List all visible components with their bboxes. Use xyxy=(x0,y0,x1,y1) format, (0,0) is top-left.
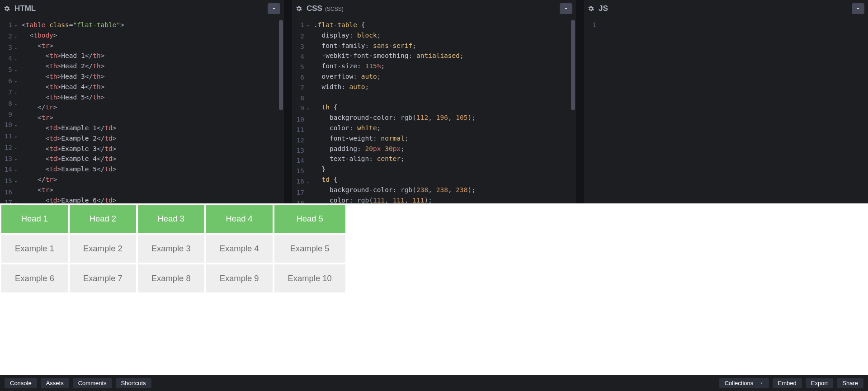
js-code-area[interactable]: 1 xyxy=(584,17,868,203)
footer-right-group: Collections EmbedExportShare xyxy=(719,378,863,388)
footer-button-collections[interactable]: Collections xyxy=(719,378,769,388)
footer-bar: ConsoleAssetsCommentsShortcuts Collectio… xyxy=(0,375,868,391)
css-code-lines[interactable]: .flat-table { display: block; font-famil… xyxy=(314,20,576,203)
table-cell: Example 8 xyxy=(137,264,205,293)
table-header-cell: Head 2 xyxy=(69,204,137,233)
js-gutter: 1 xyxy=(584,20,606,203)
css-gutter: 1▾2 3 4 5 6 7 8 9▾10 11 12 13 14 15 16▾1… xyxy=(292,20,314,203)
footer-button-export[interactable]: Export xyxy=(806,378,834,388)
footer-button-comments[interactable]: Comments xyxy=(73,378,112,388)
footer-button-console[interactable]: Console xyxy=(5,378,37,388)
table-head-row: Head 1Head 2Head 3Head 4Head 5 xyxy=(1,204,346,233)
html-gutter: 1▾2▾3▾4▾5▾6▾7▾8▾9 10▾11▾12▾13▾14▾15▾16 1… xyxy=(0,20,22,203)
css-code-area[interactable]: 1▾2 3 4 5 6 7 8 9▾10 11 12 13 14 15 16▾1… xyxy=(292,17,576,203)
html-panel: HTML 1▾2▾3▾4▾5▾6▾7▾8▾9 10▾11▾12▾13▾14▾15… xyxy=(0,0,284,203)
js-code-lines[interactable] xyxy=(606,20,868,203)
gear-icon[interactable] xyxy=(588,5,594,12)
js-panel-header: JS xyxy=(584,0,868,17)
html-code-lines[interactable]: <table class="flat-table"> <tbody> <tr> … xyxy=(22,20,284,203)
panel-title: CSS (SCSS) xyxy=(307,4,344,13)
panel-dropdown-button[interactable] xyxy=(852,3,864,14)
table-row: Example 1Example 2Example 3Example 4Exam… xyxy=(1,234,346,263)
footer-button-assets[interactable]: Assets xyxy=(41,378,69,388)
panel-title: JS xyxy=(599,4,608,13)
scrollbar-vertical[interactable] xyxy=(571,20,575,110)
chevron-down-icon xyxy=(271,6,277,11)
table-cell: Example 9 xyxy=(206,264,273,293)
output-preview: Head 1Head 2Head 3Head 4Head 5 Example 1… xyxy=(0,203,868,375)
panel-dropdown-button[interactable] xyxy=(560,3,572,14)
footer-button-share[interactable]: Share xyxy=(837,378,863,388)
footer-button-embed[interactable]: Embed xyxy=(773,378,802,388)
table-cell: Example 5 xyxy=(274,234,346,263)
footer-button-shortcuts[interactable]: Shortcuts xyxy=(116,378,151,388)
html-panel-header: HTML xyxy=(0,0,284,17)
footer-left-group: ConsoleAssetsCommentsShortcuts xyxy=(5,378,151,388)
panel-dropdown-button[interactable] xyxy=(268,3,280,14)
gear-icon[interactable] xyxy=(296,5,302,12)
css-panel-header: CSS (SCSS) xyxy=(292,0,576,17)
table-cell: Example 6 xyxy=(1,264,68,293)
chevron-down-icon xyxy=(760,381,764,385)
js-panel: JS 1 xyxy=(584,0,868,203)
scrollbar-vertical[interactable] xyxy=(279,20,283,110)
table-cell: Example 2 xyxy=(69,234,137,263)
table-cell: Example 7 xyxy=(69,264,137,293)
table-header-cell: Head 1 xyxy=(1,204,68,233)
table-cell: Example 1 xyxy=(1,234,68,263)
gear-icon[interactable] xyxy=(4,5,10,12)
table-cell: Example 4 xyxy=(206,234,273,263)
panel-title: HTML xyxy=(14,4,36,13)
table-header-cell: Head 5 xyxy=(274,204,346,233)
chevron-down-icon xyxy=(855,6,861,11)
panel-title-text: CSS xyxy=(307,4,322,13)
html-code-area[interactable]: 1▾2▾3▾4▾5▾6▾7▾8▾9 10▾11▾12▾13▾14▾15▾16 1… xyxy=(0,17,284,203)
editors-row: HTML 1▾2▾3▾4▾5▾6▾7▾8▾9 10▾11▾12▾13▾14▾15… xyxy=(0,0,868,203)
output-table: Head 1Head 2Head 3Head 4Head 5 Example 1… xyxy=(0,203,868,294)
panel-title-text: HTML xyxy=(14,4,36,13)
chevron-down-icon xyxy=(563,6,569,11)
table-header-cell: Head 4 xyxy=(206,204,273,233)
panel-title-text: JS xyxy=(599,4,608,13)
table-row: Example 6Example 7Example 8Example 9Exam… xyxy=(1,264,346,293)
table-header-cell: Head 3 xyxy=(137,204,205,233)
table-cell: Example 3 xyxy=(137,234,205,263)
table-cell: Example 10 xyxy=(274,264,346,293)
css-panel: CSS (SCSS) 1▾2 3 4 5 6 7 8 9▾10 11 12 13… xyxy=(292,0,576,203)
panel-subtitle: (SCSS) xyxy=(325,6,344,12)
